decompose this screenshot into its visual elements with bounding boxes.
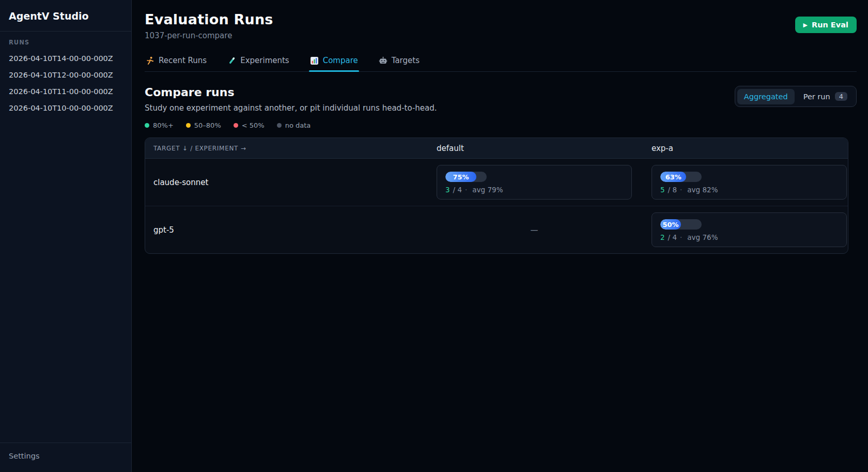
result-cell: 50% 2 / 4 · avg 76% [652, 206, 847, 253]
tab-compare[interactable]: Compare [309, 51, 359, 71]
aggregated-toggle-button[interactable]: Aggregated [737, 89, 795, 104]
runs-section-label: RUNS [0, 39, 131, 50]
compare-heading: Compare runs [145, 86, 437, 99]
score-card[interactable]: 75% 3 / 4 · avg 79% [437, 165, 632, 200]
experiment-column-header: exp-a [652, 144, 847, 153]
score-legend: 80%+ 50–80% < 50% no data [145, 121, 857, 129]
run-eval-button[interactable]: ▶ Run Eval [795, 17, 857, 33]
test-tube-icon [227, 56, 236, 65]
score-percent: 63% [665, 173, 681, 181]
sidebar-footer: Settings [0, 443, 131, 472]
green-dot-icon [145, 123, 149, 128]
legend-item-low: < 50% [234, 121, 265, 129]
sidebar-run-item[interactable]: 2026-04-10T10-00-00-000Z [0, 100, 131, 116]
play-icon: ▶ [803, 22, 808, 28]
red-dot-icon [234, 123, 238, 128]
score-stats: 3 / 4 · avg 79% [445, 186, 623, 194]
compare-section-head: Compare runs Study one experiment agains… [145, 86, 857, 113]
settings-link[interactable]: Settings [9, 452, 39, 460]
tab-label: Targets [392, 56, 420, 65]
per-run-label: Per run [803, 93, 830, 101]
table-header-row: TARGET ↓ / EXPERIMENT → default exp-a [145, 138, 848, 159]
compare-heading-block: Compare runs Study one experiment agains… [145, 86, 437, 113]
result-cell: — [437, 225, 652, 235]
tab-recent-runs[interactable]: Recent Runs [145, 51, 208, 71]
score-bar: 75% [445, 172, 487, 182]
no-data-cell: — [437, 225, 632, 235]
tab-label: Recent Runs [159, 56, 207, 65]
score-percent: 50% [662, 221, 678, 229]
result-cell: 75% 3 / 4 · avg 79% [437, 159, 652, 206]
corner-header: TARGET ↓ / EXPERIMENT → [153, 145, 437, 152]
tab-bar: Recent Runs Experiments Compare [145, 51, 857, 72]
sidebar: AgentV Studio RUNS 2026-04-10T14-00-00-0… [0, 0, 132, 472]
target-label: gpt-5 [153, 225, 437, 235]
robot-icon [379, 56, 388, 65]
page-title-block: Evaluation Runs 1037-per-run-compare [145, 11, 273, 40]
app-title: AgentV Studio [0, 0, 131, 32]
main-content: Evaluation Runs 1037-per-run-compare ▶ R… [132, 0, 868, 472]
tab-label: Experiments [240, 56, 289, 65]
per-run-toggle-button[interactable]: Per run 4 [797, 88, 854, 104]
legend-item-mid: 50–80% [186, 121, 221, 129]
sidebar-run-item[interactable]: 2026-04-10T14-00-00-000Z [0, 50, 131, 67]
compare-matrix-table: TARGET ↓ / EXPERIMENT → default exp-a cl… [145, 138, 848, 254]
tab-label: Compare [323, 56, 358, 65]
yellow-dot-icon [186, 123, 191, 128]
score-bar: 63% [660, 172, 702, 182]
score-card[interactable]: 50% 2 / 4 · avg 76% [652, 212, 847, 247]
score-bar: 50% [660, 219, 702, 230]
table-row: gpt-5 — 50% 2 / 4 · avg 76% [145, 206, 848, 253]
page-title: Evaluation Runs [145, 11, 273, 27]
table-row: claude-sonnet 75% 3 / 4 · avg 79% [145, 159, 848, 206]
view-mode-toggle: Aggregated Per run 4 [735, 86, 857, 107]
page-header: Evaluation Runs 1037-per-run-compare ▶ R… [145, 11, 857, 40]
per-run-count-badge: 4 [835, 92, 847, 101]
score-percent: 75% [453, 173, 469, 181]
bar-chart-icon [310, 56, 319, 65]
tab-experiments[interactable]: Experiments [226, 51, 290, 71]
legend-item-high: 80%+ [145, 121, 174, 129]
target-label: claude-sonnet [153, 178, 437, 187]
tab-targets[interactable]: Targets [378, 51, 421, 71]
page-subtitle: 1037-per-run-compare [145, 31, 273, 40]
experiment-column-header: default [437, 144, 652, 153]
score-card[interactable]: 63% 5 / 8 · avg 82% [652, 165, 847, 200]
sidebar-run-item[interactable]: 2026-04-10T12-00-00-000Z [0, 67, 131, 83]
runner-icon [146, 56, 154, 65]
score-stats: 5 / 8 · avg 82% [660, 186, 838, 194]
runs-nav: RUNS 2026-04-10T14-00-00-000Z 2026-04-10… [0, 32, 131, 443]
gray-dot-icon [277, 123, 282, 128]
sidebar-run-item[interactable]: 2026-04-10T11-00-00-000Z [0, 83, 131, 100]
result-cell: 63% 5 / 8 · avg 82% [652, 159, 847, 206]
score-stats: 2 / 4 · avg 76% [660, 233, 838, 241]
run-eval-label: Run Eval [812, 21, 848, 29]
compare-description: Study one experiment against another, or… [145, 103, 437, 113]
legend-item-nodata: no data [277, 121, 311, 129]
